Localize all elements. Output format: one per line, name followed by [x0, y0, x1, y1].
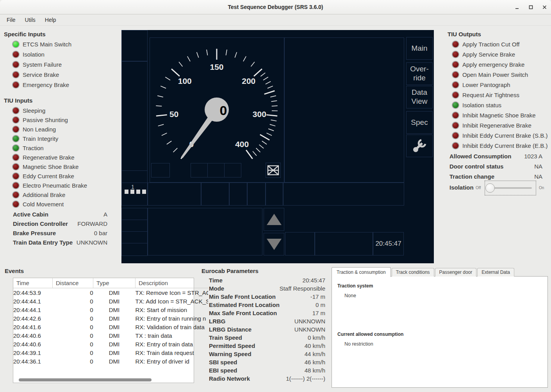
minimize-button[interactable] — [514, 4, 520, 10]
minimize-icon — [515, 5, 519, 9]
led-label: System Failure — [23, 61, 62, 68]
dmi-button-data-view[interactable]: Data View — [406, 86, 433, 108]
close-icon — [542, 5, 547, 9]
led-item-inhibit-eddy-current-brake-e-b: Inhibit Eddy Current Brake (E.B.) — [448, 140, 549, 151]
led-label: Isolation status — [462, 102, 501, 108]
param-label: SBI speed — [209, 359, 237, 365]
specific-inputs-list: ETCS Main SwitchIsolationSystem FailureS… — [4, 39, 117, 90]
tab-track-conditions[interactable]: Track conditions — [392, 268, 434, 277]
app-window: Test Sequence Debugger (SRS 3.6.0) FileU… — [0, 0, 551, 392]
led-indicator[interactable] — [12, 163, 20, 170]
maximize-icon — [529, 5, 533, 9]
led-item-inhibit-magnetic-shoe-brake: Inhibit Magnetic Shoe Brake — [448, 110, 549, 120]
led-indicator[interactable] — [12, 182, 20, 189]
param-row-door-control-status: Door control statusNA — [449, 161, 542, 171]
led-indicator[interactable] — [12, 51, 20, 58]
tab-external-data[interactable]: External Data — [477, 268, 514, 277]
led-indicator[interactable] — [12, 126, 20, 133]
column-header-description[interactable]: Description — [136, 278, 209, 288]
led-label: Cold Movement — [23, 201, 64, 208]
left-info-list: Active CabinADirection ControllerFORWARD… — [13, 209, 107, 247]
specific-inputs-title: Specific Inputs — [4, 31, 46, 37]
led-indicator[interactable] — [12, 191, 20, 199]
level-balise-mark — [125, 190, 128, 194]
section-value: No restriction — [344, 341, 547, 347]
scroll-up-button[interactable] — [264, 208, 284, 231]
led-indicator[interactable] — [12, 144, 20, 152]
event-row[interactable]: 20:44:42.60DMIRX: Entry of train running… — [13, 314, 208, 323]
param-row-mode: ModeStaff Responsible — [209, 284, 325, 293]
led-item-apply-emergency-brake: Apply emergency Brake — [448, 59, 549, 69]
tab-passenger-door[interactable]: Passenger door — [435, 268, 477, 277]
param-row-allowed-consumption: Allowed Consumption1023 A — [449, 151, 542, 161]
event-row[interactable]: 20:44:40.60DMIRX: Entry of train data — [13, 340, 208, 348]
led-label: Passive Shunting — [23, 117, 68, 123]
event-cell: DMI — [93, 288, 136, 297]
led-indicator[interactable] — [12, 172, 20, 180]
isolation-slider[interactable] — [485, 181, 536, 195]
event-row[interactable]: 20:44:53.90DMITX: Remove Icon = STR_AC — [13, 288, 208, 297]
dmi-button-over-ride[interactable]: Over- ride — [406, 62, 433, 85]
param-label: Traction change — [449, 173, 494, 180]
param-label: Time — [209, 277, 223, 284]
led-indicator[interactable] — [12, 116, 20, 124]
scrollbar-thumb[interactable] — [19, 378, 152, 381]
led-indicator — [452, 122, 459, 129]
event-cell: 20:44:53.9 — [13, 288, 53, 297]
gauge-label: 300 — [253, 110, 266, 119]
dmi-cell — [224, 163, 241, 177]
dmi-cell — [201, 183, 229, 206]
tiu-inputs-list: SleepingPassive ShuntingNon LeadingTrain… — [4, 106, 117, 209]
event-row[interactable]: 20:44:44.10DMITX: Add Icon = STR_ACK_S — [13, 297, 208, 305]
led-indicator[interactable] — [12, 71, 20, 78]
param-row-estimated-front-location: Estimated Front Location0 m — [209, 301, 325, 309]
param-label: Estimated Front Location — [209, 302, 280, 308]
window-controls — [514, 0, 547, 14]
led-indicator[interactable] — [12, 81, 20, 89]
arrow-up-icon — [267, 214, 282, 225]
menu-item-utils[interactable]: Utils — [21, 15, 40, 25]
led-indicator[interactable] — [12, 135, 20, 142]
event-row[interactable]: 20:44:39.10DMIRX: Train data request — [13, 348, 208, 357]
led-indicator — [452, 142, 459, 149]
led-indicator[interactable] — [12, 61, 20, 68]
led-indicator — [452, 81, 459, 89]
led-item-passive-shunting: Passive Shunting — [4, 115, 117, 124]
dmi-button-settings[interactable] — [406, 135, 433, 157]
current-speed-value: 0 — [220, 103, 227, 118]
led-label: Eddy Current Brake — [23, 173, 74, 179]
eurocab-title: Eurocab Parameters — [201, 268, 259, 274]
dmi-cell — [121, 231, 148, 243]
event-cell: 20:44:40.6 — [13, 331, 53, 340]
dmi-button-main[interactable]: Main — [406, 37, 433, 60]
column-header-type[interactable]: Type — [93, 278, 136, 288]
dmi-button-spec[interactable]: Spec — [406, 111, 433, 134]
section-value: None — [344, 293, 547, 298]
led-indicator[interactable] — [12, 41, 20, 48]
dmi-cell — [148, 183, 201, 206]
event-cell: 20:44:42.6 — [13, 314, 53, 323]
param-value: A — [103, 211, 107, 218]
event-row[interactable]: 20:44:40.60DMITX : train data — [13, 331, 208, 340]
event-row[interactable]: 20:44:44.10DMIRX: Start of mission — [13, 305, 208, 314]
column-header-distance[interactable]: Distance — [53, 278, 93, 288]
gauge-label: 400 — [235, 140, 249, 149]
column-header-time[interactable]: Time — [13, 278, 53, 288]
led-indicator[interactable] — [12, 154, 20, 161]
close-button[interactable] — [542, 4, 547, 10]
event-row[interactable]: 20:44:41.60DMIRX: Validation of train da… — [13, 323, 208, 331]
led-indicator — [452, 101, 459, 109]
maximize-button[interactable] — [528, 4, 533, 10]
led-item-lower-pantograph: Lower Pantograph — [448, 80, 549, 90]
scroll-down-button[interactable] — [264, 233, 284, 255]
slider-thumb[interactable] — [485, 183, 495, 193]
led-indicator[interactable] — [12, 107, 20, 114]
led-item-etcs-main-switch: ETCS Main Switch — [4, 39, 117, 49]
led-indicator[interactable] — [12, 200, 20, 208]
event-row[interactable]: 20:44:36.10DMIRX: Entry of driver id — [13, 357, 208, 365]
menu-item-file[interactable]: File — [2, 15, 20, 25]
tab-traction-consumption[interactable]: Traction & consumption — [332, 267, 391, 277]
led-label: Apply Service Brake — [462, 51, 515, 58]
menu-item-help[interactable]: Help — [41, 15, 61, 25]
led-item-traction: Traction — [4, 143, 117, 153]
